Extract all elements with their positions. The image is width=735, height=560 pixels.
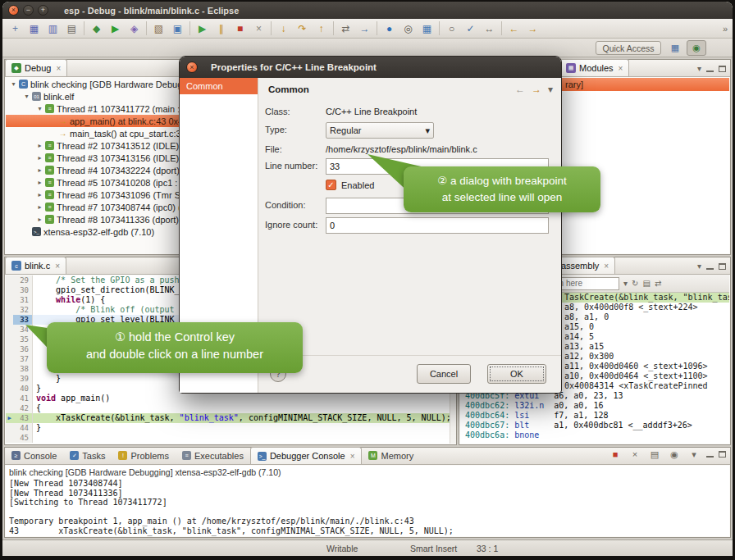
refresh-icon[interactable]: ↻	[632, 279, 638, 288]
window-minimize-button[interactable]: −	[23, 5, 34, 16]
disconnect-icon[interactable]: ×	[249, 20, 268, 37]
back-icon[interactable]: ←	[515, 84, 525, 95]
expander-icon[interactable]: ▸	[35, 179, 44, 186]
code-line-executing[interactable]: ▶43 xTaskCreate(&blink_task, "blink_task…	[6, 413, 455, 423]
minimize-view-icon[interactable]	[706, 66, 714, 72]
maximize-view-icon[interactable]	[719, 66, 726, 72]
clear-console-icon[interactable]: ▤	[647, 448, 662, 461]
forward-icon[interactable]: →	[532, 84, 541, 95]
save-icon[interactable]: ▦	[25, 20, 43, 37]
line-number[interactable]: 41	[13, 394, 33, 403]
window-titlebar[interactable]: × − + esp - Debug - blink/main/blink.c -…	[2, 2, 733, 19]
code-line[interactable]: 42{	[6, 403, 455, 413]
save-all-icon[interactable]: ▥	[43, 20, 62, 37]
tab-debug[interactable]: ◆ Debug ×	[5, 59, 67, 76]
dialog-close-button[interactable]: ×	[186, 61, 198, 73]
tab-modules[interactable]: ▦ Modules ×	[559, 59, 629, 76]
tab-debugger-console[interactable]: >_Debugger Console×	[250, 447, 363, 464]
console-menu-icon[interactable]: ▾	[687, 448, 701, 461]
view-menu-icon[interactable]: ▾	[697, 262, 701, 271]
maximize-view-icon[interactable]	[719, 263, 726, 270]
open-perspective-icon[interactable]: ▦	[665, 40, 685, 56]
line-number[interactable]: 39	[13, 374, 33, 384]
expander-icon[interactable]: ▸	[35, 191, 44, 198]
minimize-view-icon[interactable]	[706, 263, 714, 270]
maximize-view-icon[interactable]	[719, 451, 726, 458]
tab-tasks[interactable]: ✓Tasks	[63, 447, 112, 464]
debug-perspective-icon[interactable]: ◉	[687, 40, 706, 56]
sidebar-item-common[interactable]: Common	[180, 78, 258, 94]
quick-access-button[interactable]: Quick Access	[596, 41, 661, 55]
watch-icon[interactable]: ◎	[399, 20, 418, 37]
cancel-button[interactable]: Cancel	[417, 364, 471, 384]
instruction-stepping-icon[interactable]: →	[355, 20, 374, 37]
view-menu-icon[interactable]: ▾	[697, 64, 701, 73]
tab-memory[interactable]: MMemory	[362, 447, 420, 464]
tab-console[interactable]: ≥Console	[5, 447, 63, 464]
new-cpp-icon[interactable]: ▣	[168, 20, 187, 37]
new-wizard-icon[interactable]: +	[6, 20, 25, 37]
code-line[interactable]: 41void app_main()	[6, 394, 455, 403]
close-icon[interactable]: ×	[56, 64, 61, 73]
line-number[interactable]: 42	[13, 403, 33, 413]
line-number[interactable]: 31	[13, 295, 33, 305]
window-maximize-button[interactable]: +	[38, 5, 48, 16]
expander-icon[interactable]: ▸	[35, 216, 44, 223]
disassembly-row[interactable]: 400dbc64: lsif7, a1, 128	[460, 411, 729, 421]
step-over-icon[interactable]: ↷	[293, 20, 312, 37]
annotation-icon[interactable]: ✓	[461, 20, 480, 37]
expander-icon[interactable]: ▾	[9, 80, 18, 88]
build-icon[interactable]: ▧	[149, 20, 168, 37]
disassembly-row[interactable]: 400dbc6a: bnone	[460, 430, 729, 440]
location-dropdown-icon[interactable]: ▾	[623, 279, 628, 288]
line-number[interactable]: 43	[13, 413, 33, 423]
disassembly-row[interactable]: 400dbc62: l32i.na0, a0, 16	[460, 401, 729, 411]
debug-icon[interactable]: ◆	[87, 20, 106, 37]
ignore-count-input[interactable]: 0	[326, 217, 549, 234]
dialog-titlebar[interactable]: × Properties for C/C++ Line Breakpoint	[180, 57, 561, 78]
expander-icon[interactable]: ▸	[35, 142, 44, 149]
line-number[interactable]: 45	[13, 433, 33, 443]
tab-problems[interactable]: !Problems	[112, 447, 175, 464]
tab-executables[interactable]: ≡Executables	[176, 447, 250, 464]
print-icon[interactable]: ▤	[62, 20, 81, 37]
line-number[interactable]: 32	[13, 305, 33, 315]
line-number[interactable]: 40	[13, 384, 33, 394]
memory-icon[interactable]: ▦	[418, 20, 436, 37]
sync-selection-icon[interactable]: ⇄	[655, 279, 661, 288]
disassembly-row[interactable]: 400dbc67: blta1, 0x400dbc81 <__adddf3+26…	[460, 421, 729, 430]
pin-console-icon[interactable]: ◉	[667, 448, 682, 461]
close-icon[interactable]: ×	[350, 452, 355, 461]
profile-icon[interactable]: ◈	[125, 20, 144, 37]
show-source-icon[interactable]: ▤	[642, 279, 650, 288]
minimize-view-icon[interactable]	[706, 451, 714, 458]
remove-launch-icon[interactable]: ×	[628, 448, 642, 461]
close-icon[interactable]: ×	[619, 64, 623, 73]
suspend-icon[interactable]: ∥	[212, 20, 231, 37]
step-return-icon[interactable]: ↑	[312, 20, 331, 37]
view-menu-icon[interactable]: ▾	[548, 84, 553, 95]
back-icon[interactable]: ←	[504, 20, 523, 37]
terminate-icon[interactable]: ■	[608, 448, 623, 461]
forward-icon[interactable]: →	[523, 20, 542, 37]
enabled-checkbox[interactable]: ✓	[326, 180, 336, 190]
terminate-icon[interactable]: ■	[231, 20, 249, 37]
window-close-button[interactable]: ×	[8, 5, 19, 16]
close-icon[interactable]: ×	[55, 262, 60, 271]
type-dropdown[interactable]: Regular▾	[326, 122, 434, 139]
search-icon[interactable]: ○	[442, 20, 461, 37]
drop-to-frame-icon[interactable]: ⇄	[336, 20, 355, 37]
expander-icon[interactable]: ▾	[35, 105, 44, 112]
expander-icon[interactable]: ▸	[35, 203, 44, 211]
code-line[interactable]: 45	[6, 433, 455, 443]
toolbar-overflow-icon[interactable]: »	[723, 24, 728, 34]
tab-blink-c[interactable]: c blink.c ×	[5, 257, 66, 274]
close-icon[interactable]: ×	[604, 262, 609, 271]
code-line[interactable]: 44}	[6, 423, 455, 433]
expander-icon[interactable]: ▾	[22, 93, 31, 100]
run-icon[interactable]: ▶	[106, 20, 125, 37]
breakpoint-icon[interactable]: ●	[380, 20, 399, 37]
expander-icon[interactable]: ▸	[35, 166, 44, 174]
console-output[interactable]: blink checking [GDB Hardware Debugging] …	[6, 466, 729, 536]
step-into-icon[interactable]: ↓	[274, 20, 293, 37]
